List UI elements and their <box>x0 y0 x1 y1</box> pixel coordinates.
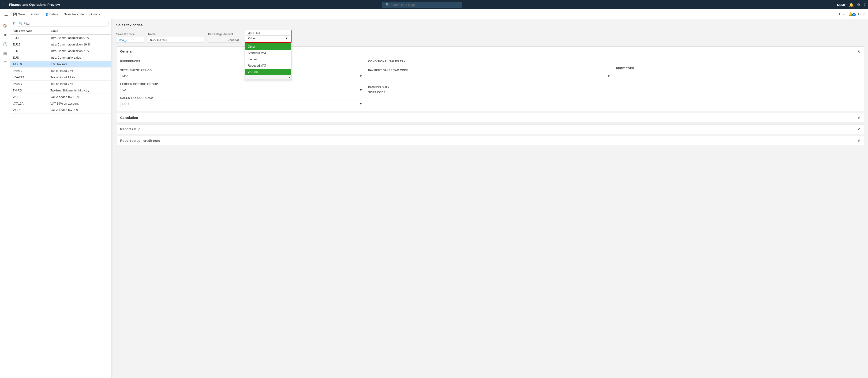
dropdown-item[interactable]: Standard VAT <box>245 50 291 56</box>
dropdown-item[interactable]: Other <box>245 43 291 50</box>
ledger-posting-group-select[interactable]: VAT ▼ <box>120 87 364 93</box>
payment-sales-tax-code-select[interactable]: ▼ <box>368 73 612 79</box>
split-view-icon[interactable]: ▭ <box>843 12 846 17</box>
settings-icon[interactable]: ⚙ <box>857 3 860 7</box>
dropdown-item[interactable]: VAT 0% <box>245 69 291 75</box>
main-layout: 🏠 ★ 🕐 ▦ ☰ ⊽ 🔍 Sales tax code ↑ <box>0 19 868 378</box>
search-input[interactable] <box>391 3 459 6</box>
dropdown-item[interactable]: Excise <box>245 56 291 62</box>
report-setup-credit-title: Report setup - credit note <box>120 139 160 143</box>
grid-icon[interactable]: ⊞ <box>2 3 5 7</box>
general-collapse-icon[interactable]: ∧ <box>858 49 860 54</box>
report-setup-title: Report setup <box>120 127 141 131</box>
settlement-period-label: Settlement period <box>120 69 364 72</box>
sales-tax-code-button[interactable]: Sales tax code <box>61 11 86 17</box>
modules-icon[interactable]: ☰ <box>1 59 9 67</box>
col-code-header[interactable]: Sales tax code ↑ <box>10 28 48 34</box>
dropdown-item[interactable]: Reduced VAT <box>245 62 291 69</box>
recent-icon[interactable]: 🕐 <box>1 40 9 48</box>
delete-button[interactable]: 🗑 Delete <box>43 11 61 17</box>
settlement-period-select[interactable]: Mon ▼ <box>120 73 364 79</box>
row-code: InVAT19 <box>10 74 48 81</box>
ledger-posting-group-arrow: ▼ <box>359 88 362 92</box>
row-code: EU0 <box>10 34 48 41</box>
table-row[interactable]: EU19Intra-Comm. acquisition 19 % <box>10 41 111 48</box>
row-name: Intra-Community sales <box>48 54 111 61</box>
table-row[interactable]: VAT19AVAT 19% on account <box>10 100 111 107</box>
sales-tax-code-value[interactable]: TAX_0 <box>116 37 144 43</box>
report-setup-collapse-icon[interactable]: ∨ <box>858 127 860 131</box>
notification-icon[interactable]: 🔔 0 <box>848 12 856 17</box>
filter-icon[interactable]: ⊽ <box>13 22 15 25</box>
hamburger-icon[interactable]: ☰ <box>2 11 10 18</box>
sidebar-icons: 🏠 ★ 🕐 ▦ ☰ <box>0 19 10 378</box>
sales-tax-code-field-group: Sales tax code TAX_0 <box>116 33 144 43</box>
table-row[interactable]: TAX_00.00 tax rate <box>10 61 111 67</box>
row-name: Tax on input 0 % <box>48 67 111 74</box>
row-code: InVAT0 <box>10 67 48 74</box>
report-setup-section-header[interactable]: Report setup ∨ <box>117 124 864 134</box>
table-row[interactable]: InVAT7Tax on input 7 % <box>10 81 111 87</box>
dropdown-scroll-button[interactable]: ▼ <box>245 75 291 80</box>
report-setup-credit-collapse-icon[interactable]: ∨ <box>858 138 860 143</box>
report-setup-credit-header[interactable]: Report setup - credit note ∨ <box>117 136 864 145</box>
personalize-icon[interactable]: ✦ <box>838 12 841 17</box>
table-row[interactable]: VAT7Value added tax 7 % <box>10 107 111 114</box>
conditional-sales-tax-label-field: CONDITIONAL SALES TAX <box>368 60 612 65</box>
help-icon[interactable]: ? <box>864 3 866 7</box>
references-col: REFERENCES Settlement period Mon ▼ Ledge… <box>120 60 364 107</box>
maximize-icon[interactable]: ⤢ <box>863 12 866 17</box>
col-name-header[interactable]: Name <box>48 28 111 34</box>
payment-sales-tax-code-arrow: ▼ <box>607 74 610 78</box>
delete-icon: 🗑 <box>45 12 49 16</box>
search-bar[interactable]: 🔍 <box>382 2 462 8</box>
calculation-section-header[interactable]: Calculation ∨ <box>117 113 864 122</box>
home-icon[interactable]: 🏠 <box>1 21 9 30</box>
refresh-icon[interactable]: ↻ <box>858 12 861 17</box>
packing-duty-section: PACKING DUTY Sort code <box>368 85 612 101</box>
calculation-collapse-icon[interactable]: ∨ <box>858 115 860 120</box>
conditional-sales-tax-col: CONDITIONAL SALES TAX Payment sales tax … <box>368 60 612 107</box>
detail-title: Sales tax codes <box>116 23 864 27</box>
sales-tax-currency-field: Sales tax currency EUR ▼ <box>120 96 364 107</box>
plus-icon: + <box>31 12 33 16</box>
filter-input-wrapper: 🔍 <box>17 21 108 27</box>
new-button[interactable]: + New <box>28 11 42 17</box>
workspaces-icon[interactable]: ▦ <box>1 49 9 58</box>
general-section-header[interactable]: General ∧ <box>117 47 864 56</box>
bell-icon[interactable]: 🔔 <box>849 3 854 7</box>
row-name: Intra-Comm. acquisition 0 % <box>48 34 111 41</box>
table-row[interactable]: THIRDTax-free Shipments third ctry <box>10 87 111 94</box>
payment-sales-tax-code-field: Payment sales tax code ▼ <box>368 69 612 79</box>
table-row[interactable]: VAT19Value added tax 19 % <box>10 94 111 100</box>
row-name: VAT 19% on account <box>48 100 111 107</box>
options-button[interactable]: Options <box>87 11 102 17</box>
sort-code-input[interactable] <box>368 95 612 101</box>
sales-tax-currency-arrow: ▼ <box>359 102 362 106</box>
save-button[interactable]: 💾 Save <box>11 11 27 17</box>
table-row[interactable]: EU7Intra-Comm. acquisition 7 % <box>10 48 111 54</box>
row-code: VAT7 <box>10 107 48 114</box>
row-name: Value added tax 7 % <box>48 107 111 114</box>
name-label: Name <box>148 33 204 36</box>
name-value[interactable]: 0.00 tax rate <box>148 37 204 43</box>
table-row[interactable]: EUSIntra-Community sales <box>10 54 111 61</box>
print-code-label: Print code <box>616 67 860 70</box>
sales-tax-currency-select[interactable]: EUR ▼ <box>120 100 364 107</box>
percentage-amount-field-group: Percentage/Amount 0.00000 <box>208 33 241 43</box>
type-of-tax-dropdown: OtherStandard VATExciseReduced VATVAT 0%… <box>245 43 291 80</box>
favorites-icon[interactable]: ★ <box>1 30 9 39</box>
percentage-amount-value: 0.00000 <box>208 37 241 43</box>
references-section-label-field: REFERENCES <box>120 60 364 65</box>
ledger-posting-group-value: VAT <box>122 88 128 92</box>
print-code-input[interactable] <box>616 71 860 77</box>
table-row[interactable]: InVAT19Tax on input 19 % <box>10 74 111 81</box>
filter-input[interactable] <box>24 22 106 25</box>
row-name: Intra-Comm. acquisition 19 % <box>48 41 111 48</box>
settlement-period-field: Settlement period Mon ▼ <box>120 69 364 79</box>
print-code-col: Print code <box>616 60 860 107</box>
table-row[interactable]: EU0Intra-Comm. acquisition 0 % <box>10 34 111 41</box>
packing-duty-label: PACKING DUTY <box>368 86 389 89</box>
type-of-tax-select[interactable]: Other ▼ <box>246 35 290 41</box>
table-row[interactable]: InVAT0Tax on input 0 % <box>10 67 111 74</box>
